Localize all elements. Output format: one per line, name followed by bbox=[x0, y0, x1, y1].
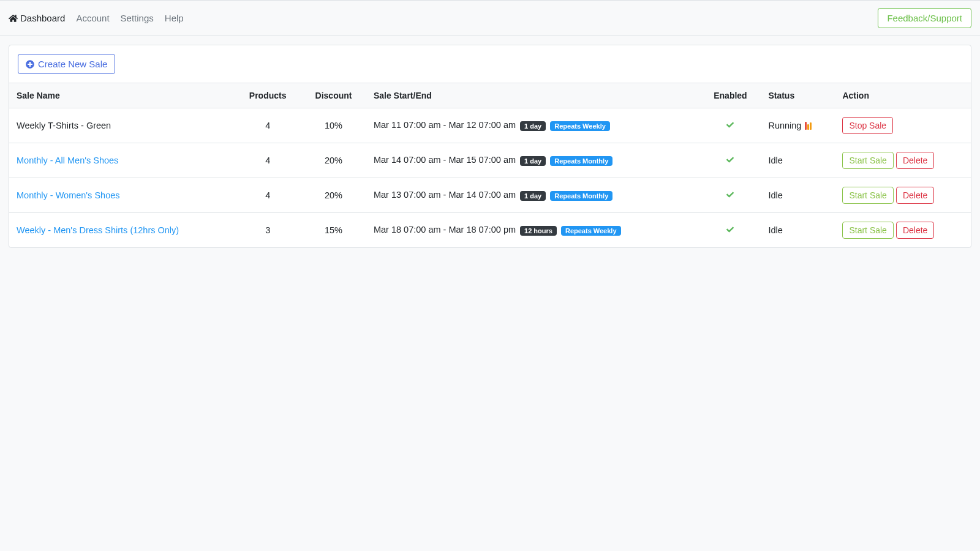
sale-link[interactable]: Monthly - Women's Shoes bbox=[17, 190, 120, 200]
repeat-badge: Repeats Weekly bbox=[561, 226, 621, 236]
start-sale-button[interactable]: Start Sale bbox=[842, 152, 893, 169]
status-text: Idle bbox=[768, 225, 782, 235]
running-bars-icon bbox=[805, 121, 812, 130]
home-icon bbox=[9, 14, 18, 23]
sale-range-text: Mar 13 07:00 am - Mar 14 07:00 am bbox=[374, 190, 516, 200]
cell-action: Start SaleDelete bbox=[835, 178, 971, 213]
cell-products: 4 bbox=[235, 108, 301, 143]
start-sale-button[interactable]: Start Sale bbox=[842, 222, 893, 239]
stop-sale-button[interactable]: Stop Sale bbox=[842, 117, 893, 134]
sales-panel: Create New Sale Sale Name Products Disco… bbox=[9, 45, 971, 248]
header-status: Status bbox=[761, 83, 835, 108]
sales-table: Sale Name Products Discount Sale Start/E… bbox=[9, 83, 971, 247]
cell-sale-name: Monthly - All Men's Shoes bbox=[9, 143, 235, 178]
cell-sale-name: Weekly - Men's Dress Shirts (12hrs Only) bbox=[9, 213, 235, 248]
cell-start-end: Mar 18 07:00 am - Mar 18 07:00 pm 12 hou… bbox=[366, 213, 700, 248]
sale-name-text: Weekly T-Shirts - Green bbox=[17, 121, 111, 130]
duration-badge: 1 day bbox=[520, 156, 546, 166]
cell-enabled bbox=[700, 178, 761, 213]
cell-enabled bbox=[700, 213, 761, 248]
topbar: Dashboard Account Settings Help Feedback… bbox=[0, 0, 980, 36]
panel-top: Create New Sale bbox=[9, 45, 971, 83]
table-row: Monthly - Women's Shoes420%Mar 13 07:00 … bbox=[9, 178, 971, 213]
cell-discount: 20% bbox=[301, 178, 366, 213]
table-row: Weekly T-Shirts - Green410%Mar 11 07:00 … bbox=[9, 108, 971, 143]
plus-circle-icon bbox=[26, 60, 34, 69]
cell-status: Idle bbox=[761, 143, 835, 178]
repeat-badge: Repeats Monthly bbox=[550, 156, 612, 166]
status-text: Running bbox=[768, 121, 801, 130]
main: Create New Sale Sale Name Products Disco… bbox=[0, 36, 980, 257]
nav-account[interactable]: Account bbox=[76, 13, 109, 23]
start-sale-button[interactable]: Start Sale bbox=[842, 187, 893, 204]
feedback-button[interactable]: Feedback/Support bbox=[878, 8, 971, 28]
table-row: Weekly - Men's Dress Shirts (12hrs Only)… bbox=[9, 213, 971, 248]
cell-discount: 20% bbox=[301, 143, 366, 178]
duration-badge: 12 hours bbox=[520, 226, 557, 236]
cell-sale-name: Weekly T-Shirts - Green bbox=[9, 108, 235, 143]
create-sale-label: Create New Sale bbox=[38, 59, 107, 69]
duration-badge: 1 day bbox=[520, 121, 546, 131]
header-sale-name: Sale Name bbox=[9, 83, 235, 108]
create-sale-button[interactable]: Create New Sale bbox=[18, 54, 115, 74]
cell-products: 4 bbox=[235, 178, 301, 213]
status-text: Idle bbox=[768, 156, 782, 165]
cell-status: Idle bbox=[761, 213, 835, 248]
sale-range-text: Mar 11 07:00 am - Mar 12 07:00 am bbox=[374, 120, 516, 130]
cell-status: Idle bbox=[761, 178, 835, 213]
delete-button[interactable]: Delete bbox=[896, 152, 934, 169]
cell-enabled bbox=[700, 108, 761, 143]
cell-sale-name: Monthly - Women's Shoes bbox=[9, 178, 235, 213]
check-icon bbox=[725, 190, 735, 198]
header-enabled: Enabled bbox=[700, 83, 761, 108]
status-text: Idle bbox=[768, 190, 782, 200]
cell-action: Stop Sale bbox=[835, 108, 971, 143]
table-row: Monthly - All Men's Shoes420%Mar 14 07:0… bbox=[9, 143, 971, 178]
delete-button[interactable]: Delete bbox=[896, 222, 934, 239]
cell-enabled bbox=[700, 143, 761, 178]
sale-range-text: Mar 18 07:00 am - Mar 18 07:00 pm bbox=[374, 225, 516, 234]
sale-link[interactable]: Monthly - All Men's Shoes bbox=[17, 156, 118, 165]
header-discount: Discount bbox=[301, 83, 366, 108]
cell-action: Start SaleDelete bbox=[835, 143, 971, 178]
cell-discount: 10% bbox=[301, 108, 366, 143]
repeat-badge: Repeats Weekly bbox=[550, 121, 610, 131]
cell-action: Start SaleDelete bbox=[835, 213, 971, 248]
check-icon bbox=[725, 225, 735, 233]
nav-settings[interactable]: Settings bbox=[121, 13, 154, 23]
header-products: Products bbox=[235, 83, 301, 108]
cell-status: Running bbox=[761, 108, 835, 143]
nav: Dashboard Account Settings Help bbox=[9, 13, 184, 23]
cell-products: 3 bbox=[235, 213, 301, 248]
nav-dashboard-label: Dashboard bbox=[20, 13, 65, 23]
header-start-end: Sale Start/End bbox=[366, 83, 700, 108]
cell-start-end: Mar 13 07:00 am - Mar 14 07:00 am 1 day … bbox=[366, 178, 700, 213]
header-action: Action bbox=[835, 83, 971, 108]
check-icon bbox=[725, 156, 735, 163]
nav-dashboard[interactable]: Dashboard bbox=[9, 13, 65, 23]
sale-link[interactable]: Weekly - Men's Dress Shirts (12hrs Only) bbox=[17, 225, 179, 235]
nav-help[interactable]: Help bbox=[165, 13, 184, 23]
check-icon bbox=[725, 121, 735, 128]
delete-button[interactable]: Delete bbox=[896, 187, 934, 204]
cell-start-end: Mar 11 07:00 am - Mar 12 07:00 am 1 day … bbox=[366, 108, 700, 143]
cell-products: 4 bbox=[235, 143, 301, 178]
repeat-badge: Repeats Monthly bbox=[550, 191, 612, 201]
cell-start-end: Mar 14 07:00 am - Mar 15 07:00 am 1 day … bbox=[366, 143, 700, 178]
sale-range-text: Mar 14 07:00 am - Mar 15 07:00 am bbox=[374, 155, 516, 165]
duration-badge: 1 day bbox=[520, 191, 546, 201]
cell-discount: 15% bbox=[301, 213, 366, 248]
table-header-row: Sale Name Products Discount Sale Start/E… bbox=[9, 83, 971, 108]
